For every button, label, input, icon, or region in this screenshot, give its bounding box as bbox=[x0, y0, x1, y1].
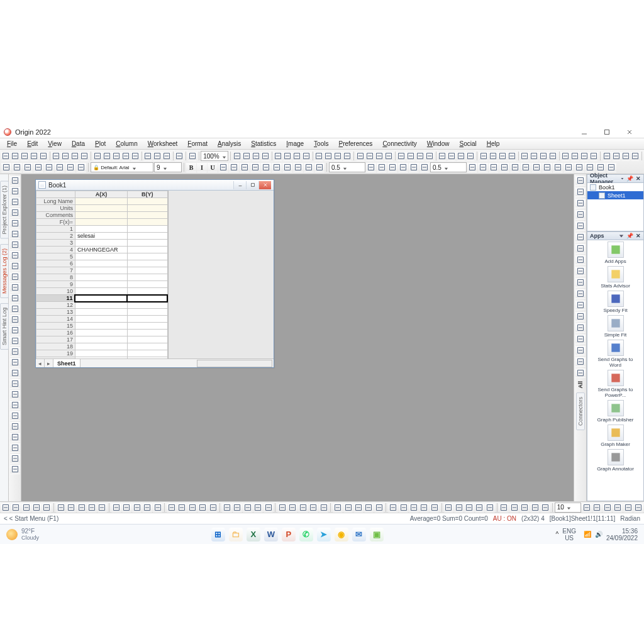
row-header[interactable]: 6 bbox=[36, 260, 75, 267]
cell[interactable] bbox=[127, 309, 167, 316]
right-tab-all[interactable]: All bbox=[577, 379, 584, 391]
btb-7-2[interactable] bbox=[409, 502, 418, 513]
cell[interactable] bbox=[127, 281, 167, 288]
btb-9-3[interactable] bbox=[530, 502, 540, 513]
menu-statistics[interactable]: Statistics bbox=[247, 139, 280, 148]
menu-edit[interactable]: Edit bbox=[23, 139, 42, 148]
taskbar-language[interactable]: ENGUS bbox=[562, 528, 576, 541]
window-close-button[interactable] bbox=[619, 127, 640, 137]
btb-8-3[interactable] bbox=[475, 502, 484, 513]
left-tool-17[interactable] bbox=[10, 357, 20, 367]
horizontal-scrollbar[interactable] bbox=[197, 360, 272, 367]
tb1-g2-2[interactable] bbox=[112, 151, 121, 161]
right-tool-1[interactable] bbox=[575, 187, 586, 197]
taskbar-weather[interactable]: 92°F Cloudy bbox=[6, 528, 39, 541]
tb1-b8-1[interactable] bbox=[570, 151, 579, 161]
tb1-g0-3[interactable] bbox=[30, 151, 38, 161]
btb-3-4[interactable] bbox=[208, 502, 218, 513]
btb-7-0[interactable] bbox=[388, 502, 397, 513]
menu-view[interactable]: View bbox=[43, 139, 66, 148]
btb-6-1[interactable] bbox=[343, 502, 353, 513]
left-tool-3[interactable] bbox=[10, 208, 20, 218]
tb1-b5-2[interactable] bbox=[457, 151, 465, 161]
cell[interactable] bbox=[75, 267, 127, 274]
tb2-mid-5[interactable] bbox=[272, 162, 282, 172]
line-width-combo-b[interactable]: 0.5 bbox=[430, 162, 467, 172]
row-header[interactable]: 14 bbox=[36, 316, 75, 323]
tb1-g1-2[interactable] bbox=[70, 151, 79, 161]
btb-5-1[interactable] bbox=[288, 502, 297, 513]
cell[interactable] bbox=[75, 316, 127, 323]
tb1-b1-2[interactable] bbox=[292, 151, 301, 161]
right-tool-13[interactable] bbox=[575, 323, 586, 333]
cell[interactable] bbox=[127, 288, 167, 295]
cell[interactable] bbox=[75, 219, 127, 226]
cell[interactable] bbox=[75, 226, 127, 233]
cell[interactable] bbox=[75, 198, 127, 205]
menu-worksheet[interactable]: Worksheet bbox=[143, 139, 182, 148]
panel-pin-icon[interactable]: 📌 bbox=[626, 233, 633, 239]
taskbar-chevron-up-icon[interactable]: ^ bbox=[556, 531, 559, 538]
tb1-b3-0[interactable] bbox=[356, 151, 365, 161]
btb-5-2[interactable] bbox=[298, 502, 308, 513]
right-tool-2[interactable] bbox=[575, 198, 586, 208]
tb1-g2-3[interactable] bbox=[121, 151, 130, 161]
cell[interactable] bbox=[75, 288, 127, 295]
btb-2-3[interactable] bbox=[142, 502, 152, 513]
row-header[interactable]: 12 bbox=[36, 302, 75, 309]
btb-tail-0[interactable] bbox=[582, 502, 591, 513]
panel-close-icon[interactable]: ✕ bbox=[636, 175, 641, 182]
column-header-a[interactable]: A(X) bbox=[75, 191, 127, 198]
cell[interactable] bbox=[127, 233, 167, 240]
tb1-b2-2[interactable] bbox=[333, 151, 342, 161]
cell[interactable] bbox=[127, 247, 167, 253]
left-tool-18[interactable] bbox=[10, 368, 20, 378]
btb-6-4[interactable] bbox=[374, 502, 384, 513]
tb1-b6-2[interactable] bbox=[498, 151, 507, 161]
tb1-b7-2[interactable] bbox=[539, 151, 548, 161]
tb2-pre-0[interactable] bbox=[1, 162, 11, 172]
chrome-icon[interactable]: ◉ bbox=[335, 528, 348, 541]
cell[interactable] bbox=[127, 226, 167, 233]
tb2-mid-6[interactable] bbox=[282, 162, 292, 172]
btb-4-4[interactable] bbox=[264, 502, 273, 513]
btb-8-1[interactable] bbox=[454, 502, 464, 513]
btb-1-1[interactable] bbox=[66, 502, 75, 513]
tb1-g2-4[interactable] bbox=[131, 151, 140, 161]
apps-panel-body[interactable]: Add AppsStats AdvisorSpeedy FitSimple Fi… bbox=[587, 240, 644, 501]
left-tool-26[interactable] bbox=[10, 453, 20, 464]
btb-6-2[interactable] bbox=[353, 502, 363, 513]
tb1-g3-2[interactable] bbox=[162, 151, 171, 161]
tb1-g1-0[interactable] bbox=[52, 151, 60, 161]
cell[interactable]: CHAHNGEGAR bbox=[75, 247, 127, 253]
left-tool-10[interactable] bbox=[10, 282, 20, 292]
btb-3-1[interactable] bbox=[177, 502, 187, 513]
om-item[interactable]: Sheet1 bbox=[587, 191, 643, 199]
menu-image[interactable]: Image bbox=[282, 139, 308, 148]
btb-6-0[interactable] bbox=[333, 502, 342, 513]
btb-0-1[interactable] bbox=[11, 502, 20, 513]
wifi-icon[interactable]: 📶 bbox=[584, 531, 591, 538]
row-header[interactable]: 7 bbox=[36, 267, 75, 274]
menu-plot[interactable]: Plot bbox=[91, 139, 110, 148]
cell[interactable] bbox=[75, 253, 127, 260]
left-tool-12[interactable] bbox=[10, 304, 20, 314]
right-tool-7[interactable] bbox=[575, 255, 586, 265]
cell[interactable] bbox=[127, 240, 167, 247]
btb-4-2[interactable] bbox=[243, 502, 252, 513]
cell[interactable] bbox=[75, 295, 127, 302]
tb2-c-4[interactable] bbox=[409, 162, 419, 172]
tb1-g0-4[interactable] bbox=[39, 151, 48, 161]
btb-4-1[interactable] bbox=[233, 502, 242, 513]
btb-1-2[interactable] bbox=[77, 502, 86, 513]
btb-2-4[interactable] bbox=[153, 502, 162, 513]
menu-help[interactable]: Help bbox=[482, 139, 504, 148]
label-row-header[interactable]: Units bbox=[36, 205, 75, 212]
btb-8-4[interactable] bbox=[485, 502, 494, 513]
tb1-b0-0[interactable] bbox=[233, 151, 242, 161]
tb1-g2-0[interactable] bbox=[93, 151, 102, 161]
right-tool-16[interactable] bbox=[575, 357, 586, 367]
row-header[interactable]: 15 bbox=[36, 323, 75, 330]
cell[interactable] bbox=[75, 330, 127, 336]
btb-3-0[interactable] bbox=[167, 502, 176, 513]
